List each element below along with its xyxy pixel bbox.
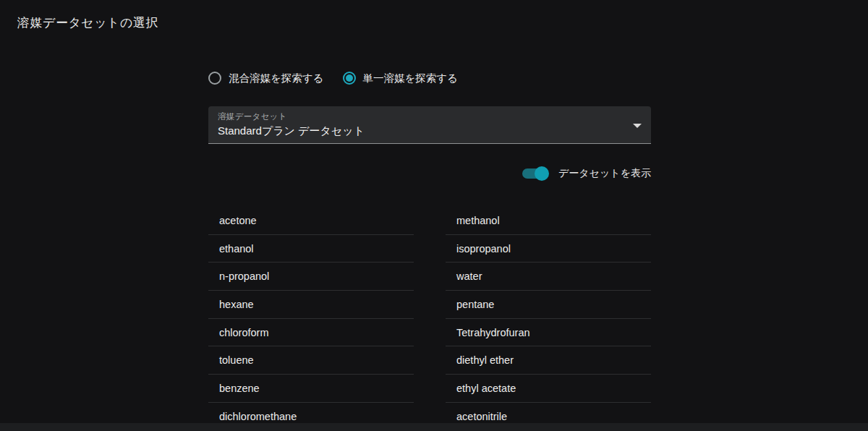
solvent-dataset-select-label: 溶媒データセット xyxy=(218,111,287,122)
solvent-item: benzene xyxy=(208,375,414,403)
solvent-item: isopropanol xyxy=(446,235,651,263)
radio-single-solvent-label: 単一溶媒を探索する xyxy=(363,72,459,85)
solvent-dataset-select[interactable]: 溶媒データセット Standardプラン データセット xyxy=(208,106,651,144)
show-dataset-toggle-label: データセットを表示 xyxy=(558,167,651,180)
radio-single-solvent[interactable]: 単一溶媒を探索する xyxy=(343,72,459,85)
solvent-dataset-select-value: Standardプラン データセット xyxy=(218,124,365,138)
bottom-bar xyxy=(0,423,868,431)
solvent-column-left: acetone ethanol n-propanol hexane chloro… xyxy=(208,207,414,431)
solvent-dataset-table: acetone ethanol n-propanol hexane chloro… xyxy=(208,207,651,431)
solvent-item: hexane xyxy=(208,291,414,319)
solvent-column-right: methanol isopropanol water pentane Tetra… xyxy=(446,207,651,431)
solvent-item: chloroform xyxy=(208,319,414,347)
solvent-item: Tetrahydrofuran xyxy=(446,319,651,347)
radio-unselected-icon xyxy=(208,72,221,85)
radio-mixed-solvent-label: 混合溶媒を探索する xyxy=(229,72,324,85)
solvent-item: diethyl ether xyxy=(446,346,651,375)
solvent-item: methanol xyxy=(446,207,651,235)
solvent-item: pentane xyxy=(446,291,651,319)
solvent-item: toluene xyxy=(208,346,414,375)
solvent-item: ethanol xyxy=(208,235,414,263)
radio-mixed-solvent[interactable]: 混合溶媒を探索する xyxy=(208,72,324,85)
radio-selected-icon xyxy=(343,72,356,85)
solvent-item: n-propanol xyxy=(208,263,414,291)
dropdown-arrow-icon xyxy=(633,124,642,128)
solvent-item: water xyxy=(446,263,651,291)
show-dataset-toggle-row: データセットを表示 xyxy=(522,164,651,183)
search-mode-radio-group: 混合溶媒を探索する 単一溶媒を探索する xyxy=(208,69,458,87)
toggle-thumb-icon xyxy=(535,166,549,181)
solvent-item: ethyl acetate xyxy=(446,375,651,403)
page-title: 溶媒データセットの選択 xyxy=(17,14,158,31)
solvent-item: acetone xyxy=(208,207,414,235)
show-dataset-toggle[interactable] xyxy=(522,166,549,182)
